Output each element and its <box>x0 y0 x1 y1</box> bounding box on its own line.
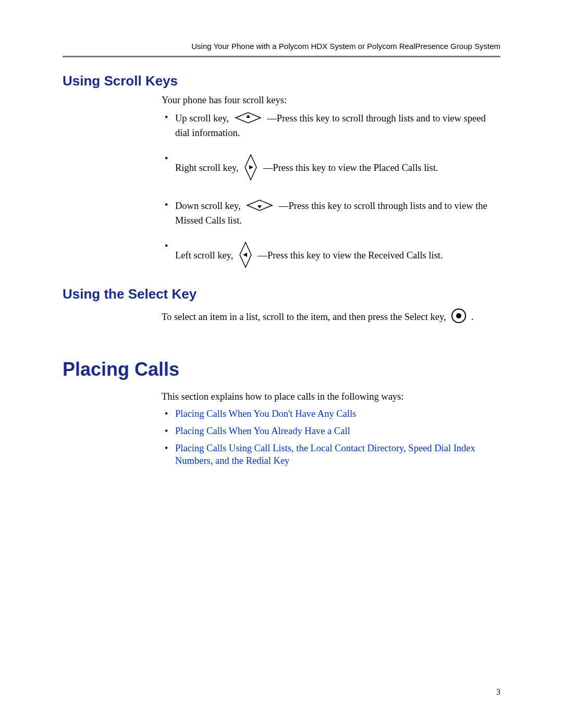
list-item: Placing Calls When You Already Have a Ca… <box>162 425 500 437</box>
heading-using-scroll-keys: Using Scroll Keys <box>63 73 500 89</box>
scroll-keys-body: Your phone has four scroll keys: Up scro… <box>162 94 500 273</box>
list-item: Placing Calls Using Call Lists, the Loca… <box>162 442 500 466</box>
list-item: Down scroll key, —Press this key to scro… <box>162 199 500 227</box>
placing-calls-list: Placing Calls When You Don't Have Any Ca… <box>162 408 500 467</box>
up-scroll-key-icon <box>234 112 263 127</box>
item-label: Down scroll key, <box>175 201 241 211</box>
svg-marker-1 <box>249 165 253 169</box>
select-key-text-before: To select an item in a list, scroll to t… <box>162 311 446 323</box>
select-key-text: To select an item in a list, scroll to t… <box>162 307 500 327</box>
page: Using Your Phone with a Polycom HDX Syst… <box>0 0 563 728</box>
running-header: Using Your Phone with a Polycom HDX Syst… <box>63 42 500 51</box>
select-key-body: To select an item in a list, scroll to t… <box>162 307 500 327</box>
list-item: Up scroll key, —Press this key to scroll… <box>162 112 500 139</box>
placing-calls-body: This section explains how to place calls… <box>162 391 500 467</box>
list-item: Right scroll key, —Press this key to vie… <box>162 153 500 185</box>
placing-calls-intro: This section explains how to place calls… <box>162 391 500 403</box>
down-scroll-key-icon <box>245 199 274 215</box>
link-placing-no-calls[interactable]: Placing Calls When You Don't Have Any Ca… <box>175 409 356 419</box>
link-placing-call-lists[interactable]: Placing Calls Using Call Lists, the Loca… <box>175 443 475 465</box>
select-key-icon <box>450 307 467 327</box>
scroll-keys-intro: Your phone has four scroll keys: <box>162 94 500 106</box>
link-placing-already-call[interactable]: Placing Calls When You Already Have a Ca… <box>175 426 350 436</box>
list-item: Placing Calls When You Don't Have Any Ca… <box>162 408 500 420</box>
heading-placing-calls: Placing Calls <box>63 359 500 380</box>
header-rule <box>63 56 500 57</box>
item-desc: —Press this key to view the Placed Calls… <box>263 163 438 174</box>
left-scroll-key-icon <box>238 240 253 273</box>
item-desc: —Press this key to view the Received Cal… <box>258 250 443 261</box>
item-label: Left scroll key, <box>175 250 233 261</box>
select-key-text-after: . <box>471 311 474 323</box>
right-scroll-key-icon <box>243 153 259 185</box>
list-item: Left scroll key, —Press this key to view… <box>162 240 500 273</box>
heading-using-select-key: Using the Select Key <box>63 286 500 302</box>
page-number: 3 <box>496 687 500 697</box>
scroll-keys-list: Up scroll key, —Press this key to scroll… <box>162 112 500 273</box>
item-label: Up scroll key, <box>175 113 229 124</box>
svg-marker-2 <box>258 205 262 208</box>
item-label: Right scroll key, <box>175 163 239 174</box>
svg-point-5 <box>456 313 461 318</box>
svg-marker-0 <box>246 115 250 118</box>
svg-marker-3 <box>243 253 247 257</box>
